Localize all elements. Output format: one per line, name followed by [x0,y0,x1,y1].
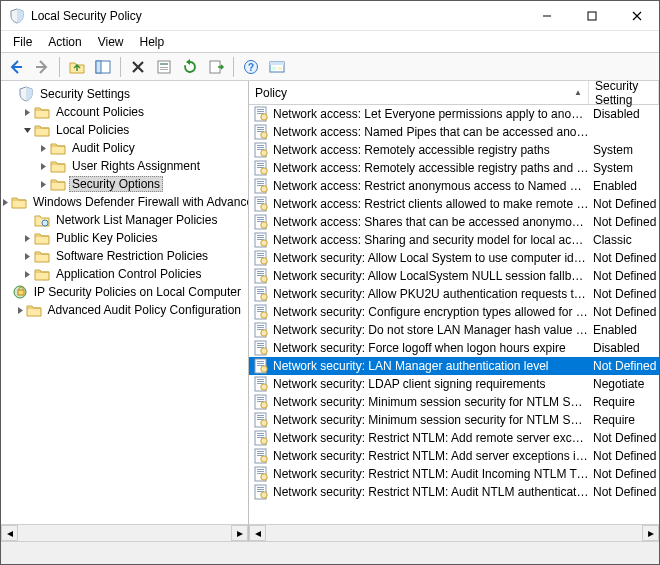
policy-row[interactable]: Network access: Sharing and security mod… [249,231,659,249]
tree-item-label: Security Settings [37,86,133,102]
list-hscrollbar[interactable]: ◂ ▸ [249,524,659,541]
netfolder-icon [34,212,50,228]
maximize-button[interactable] [569,1,614,30]
policy-setting: Require [589,413,659,427]
policy-setting: Not Defined [589,485,659,499]
policy-setting: Negotiate [589,377,659,391]
tree-scroll[interactable]: Security SettingsAccount PoliciesLocal P… [1,81,248,524]
twisty-open-icon[interactable] [21,124,33,136]
tree-item-label: Network List Manager Policies [53,212,220,228]
twisty-closed-icon[interactable] [21,268,33,280]
policy-row[interactable]: Network security: Force logoff when logo… [249,339,659,357]
policy-setting: Enabled [589,323,659,337]
twisty-closed-icon[interactable] [1,196,10,208]
policy-row[interactable]: Network security: LDAP client signing re… [249,375,659,393]
toolbar-separator [59,57,60,77]
policy-name: Network access: Shares that can be acces… [273,215,589,229]
tree-item[interactable]: Application Control Policies [1,265,248,283]
tree-item[interactable]: Public Key Policies [1,229,248,247]
policy-icon [253,322,269,338]
tree-item[interactable]: Local Policies [1,121,248,139]
tree-item[interactable]: Software Restriction Policies [1,247,248,265]
policy-row[interactable]: Network security: Restrict NTLM: Audit I… [249,465,659,483]
policy-row[interactable]: Network security: Do not store LAN Manag… [249,321,659,339]
policy-row[interactable]: Network security: Allow PKU2U authentica… [249,285,659,303]
policy-icon [253,286,269,302]
tree-item[interactable]: IP Security Policies on Local Computer [1,283,248,301]
policy-row[interactable]: Network access: Named Pipes that can be … [249,123,659,141]
menu-view[interactable]: View [90,33,132,51]
policy-row[interactable]: Network access: Remotely accessible regi… [249,159,659,177]
delete-button[interactable] [127,56,149,78]
list-pane: Policy ▲ Security Setting Network access… [249,81,659,541]
policy-setting: Not Defined [589,269,659,283]
tree-hscrollbar[interactable]: ◂ ▸ [1,524,248,541]
policy-row[interactable]: Network access: Restrict anonymous acces… [249,177,659,195]
policy-icon [253,412,269,428]
export-button[interactable] [205,56,227,78]
tree-item[interactable]: Security Options [1,175,248,193]
body: Security SettingsAccount PoliciesLocal P… [1,81,659,541]
policy-row[interactable]: Network security: Restrict NTLM: Add rem… [249,429,659,447]
menu-help[interactable]: Help [132,33,173,51]
twisty-closed-icon[interactable] [16,304,25,316]
policy-icon [253,196,269,212]
scroll-left-icon[interactable]: ◂ [249,525,266,541]
policy-row[interactable]: Network security: Restrict NTLM: Add ser… [249,447,659,465]
back-button[interactable] [5,56,27,78]
manage-button[interactable] [266,56,288,78]
policy-row[interactable]: Network security: Minimum session securi… [249,411,659,429]
column-policy[interactable]: Policy ▲ [249,81,589,104]
menu-action[interactable]: Action [40,33,89,51]
twisty-closed-icon[interactable] [37,142,49,154]
up-button[interactable] [66,56,88,78]
policy-row[interactable]: Network security: Allow LocalSystem NULL… [249,267,659,285]
policy-row[interactable]: Network security: Minimum session securi… [249,393,659,411]
tree-item[interactable]: Audit Policy [1,139,248,157]
tree-item-label: IP Security Policies on Local Computer [31,284,244,300]
toolbar-separator [120,57,121,77]
scroll-right-icon[interactable]: ▸ [231,525,248,541]
menu-file[interactable]: File [5,33,40,51]
policy-row[interactable]: Network security: Configure encryption t… [249,303,659,321]
twisty-closed-icon[interactable] [37,160,49,172]
policy-row[interactable]: Network access: Restrict clients allowed… [249,195,659,213]
help-button[interactable] [240,56,262,78]
tree-item[interactable]: Network List Manager Policies [1,211,248,229]
close-button[interactable] [614,1,659,30]
tree-item[interactable]: User Rights Assignment [1,157,248,175]
minimize-button[interactable] [524,1,569,30]
policy-row[interactable]: Network security: LAN Manager authentica… [249,357,659,375]
properties-button[interactable] [153,56,175,78]
tree-item[interactable]: Advanced Audit Policy Configuration [1,301,248,319]
policy-name: Network security: Allow Local System to … [273,251,589,265]
policy-name: Network security: Restrict NTLM: Audit N… [273,485,589,499]
scroll-left-icon[interactable]: ◂ [1,525,18,541]
policy-row[interactable]: Network access: Shares that can be acces… [249,213,659,231]
policy-icon [253,376,269,392]
policy-setting: Not Defined [589,431,659,445]
list-body[interactable]: Network access: Let Everyone permissions… [249,105,659,524]
twisty-closed-icon[interactable] [37,178,49,190]
policy-row[interactable]: Network access: Remotely accessible regi… [249,141,659,159]
toolbar [1,53,659,81]
column-security-setting[interactable]: Security Setting [589,81,659,104]
scroll-right-icon[interactable]: ▸ [642,525,659,541]
policy-setting: Disabled [589,107,659,121]
show-hide-tree-button[interactable] [92,56,114,78]
twisty-closed-icon[interactable] [21,232,33,244]
tree-item[interactable]: Account Policies [1,103,248,121]
policy-row[interactable]: Network security: Allow Local System to … [249,249,659,267]
policy-row[interactable]: Network access: Let Everyone permissions… [249,105,659,123]
refresh-button[interactable] [179,56,201,78]
policy-row[interactable]: Network security: Restrict NTLM: Audit N… [249,483,659,501]
twisty-closed-icon[interactable] [21,106,33,118]
forward-button[interactable] [31,56,53,78]
policy-name: Network security: Restrict NTLM: Add rem… [273,431,589,445]
policy-name: Network access: Sharing and security mod… [273,233,589,247]
sort-ascending-icon: ▲ [574,88,582,97]
policy-icon [253,178,269,194]
tree-item[interactable]: Security Settings [1,85,248,103]
tree-item[interactable]: Windows Defender Firewall with Advanced … [1,193,248,211]
twisty-closed-icon[interactable] [21,250,33,262]
